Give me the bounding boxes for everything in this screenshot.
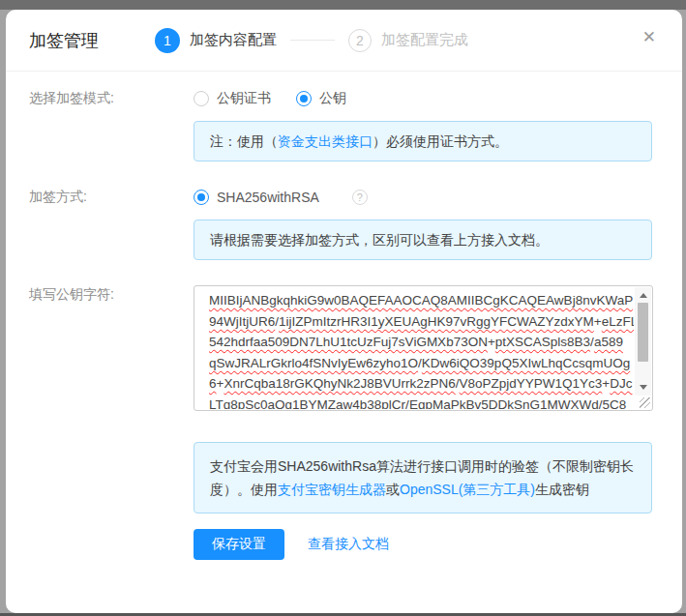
radio-public-key-certificate-label: 公钥证书 (217, 90, 271, 107)
dialog-actions: 保存设置 查看接入文档 (194, 529, 653, 560)
cert-requirement-note: 注：使用（资金支出类接口）必须使用证书方式。 (194, 121, 652, 161)
textarea-scrollbar[interactable] (635, 287, 651, 396)
sign-method-note: 请根据需要选择加签方式，区别可以查看上方接入文档。 (194, 220, 652, 260)
radio-sha256withrsa-label: SHA256withRSA (217, 190, 319, 205)
backdrop-top-band (0, 0, 686, 10)
step-indicator: 1 加签内容配置 2 加签配置完成 (155, 28, 468, 53)
sign-mode-radio-group: 公钥证书 公钥 (194, 89, 346, 107)
step-2-number-badge: 2 (348, 29, 372, 52)
sign-method-row: 加签方式: SHA256withRSA ? (29, 188, 653, 206)
radio-unchecked-icon (194, 91, 209, 106)
public-key-textarea-content: MIIBIjANBgkqhkiG9w0BAQEFAAOCAQ8AMIIBCgKC… (195, 286, 634, 409)
step-1-number-badge: 1 (155, 28, 180, 53)
public-key-row: 填写公钥字符: MIIBIjANBgkqhkiG9w0BAQEFAAOCAQ8A… (29, 285, 653, 411)
radio-public-key-label: 公钥 (319, 90, 346, 107)
sign-mode-label: 选择加签模式: (29, 89, 194, 107)
sign-method-label: 加签方式: (29, 188, 194, 206)
algorithm-note-part3: 生成密钥 (535, 482, 589, 497)
save-settings-button[interactable]: 保存设置 (194, 529, 284, 560)
public-key-textarea[interactable]: MIIBIjANBgkqhkiG9w0BAQEFAAOCAQ8AMIIBCgKC… (194, 285, 653, 411)
close-icon[interactable]: ✕ (640, 26, 659, 48)
scrollbar-up-arrow-icon[interactable] (635, 288, 651, 303)
step-2: 2 加签配置完成 (348, 29, 468, 52)
dialog-title: 加签管理 (29, 29, 99, 52)
cert-note-suffix: ）必须使用证书方式。 (373, 133, 508, 149)
radio-checked-icon (194, 190, 209, 205)
scrollbar-down-arrow-icon[interactable] (635, 380, 651, 395)
openssl-link[interactable]: OpenSSL(第三方工具) (400, 482, 535, 497)
triangle-down-icon (640, 385, 647, 390)
sign-method-option: SHA256withRSA ? (194, 188, 368, 206)
triangle-up-icon (640, 293, 647, 298)
public-key-label: 填写公钥字符: (29, 285, 194, 411)
fund-expense-api-link[interactable]: 资金支出类接口 (278, 133, 373, 149)
view-docs-link[interactable]: 查看接入文档 (308, 536, 389, 553)
textarea-resize-grip-icon[interactable] (640, 397, 650, 408)
step-1-label: 加签内容配置 (190, 31, 277, 49)
alipay-key-generator-link[interactable]: 支付宝密钥生成器 (278, 482, 386, 497)
cert-note-prefix: 注：使用（ (210, 133, 278, 149)
radio-public-key-certificate[interactable]: 公钥证书 (194, 90, 271, 107)
dialog-header: 加签管理 1 加签内容配置 2 加签配置完成 ✕ (6, 10, 682, 72)
help-question-icon[interactable]: ? (352, 190, 368, 205)
radio-checked-icon (296, 91, 312, 106)
algorithm-note-part2: 或 (386, 482, 400, 497)
step-1: 1 加签内容配置 (155, 28, 277, 53)
dialog-body: 选择加签模式: 公钥证书 公钥 注：使用（资金支出类接口）必须使用证书方式。 加… (6, 72, 682, 560)
scrollbar-thumb[interactable] (638, 303, 648, 362)
sign-mode-row: 选择加签模式: 公钥证书 公钥 (29, 89, 653, 107)
step-2-label: 加签配置完成 (381, 31, 468, 49)
radio-public-key[interactable]: 公钥 (296, 90, 346, 107)
step-connector-line (290, 40, 335, 41)
sign-method-note-text: 请根据需要选择加签方式，区别可以查看上方接入文档。 (210, 232, 549, 248)
algorithm-note: 支付宝会用SHA256withRsa算法进行接口调用时的验签（不限制密钥长度）。… (194, 442, 652, 513)
signature-management-dialog: 加签管理 1 加签内容配置 2 加签配置完成 ✕ 选择加签模式: 公钥证书 (6, 10, 682, 613)
radio-sha256withrsa[interactable]: SHA256withRSA (194, 190, 319, 205)
